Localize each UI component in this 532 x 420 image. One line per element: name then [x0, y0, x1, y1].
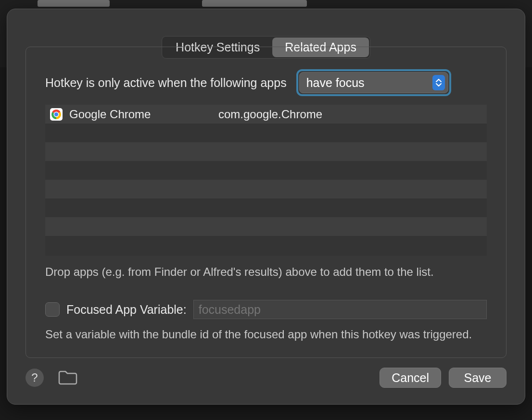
app-name-cell: Google Chrome	[69, 108, 212, 121]
drop-hint-text: Drop apps (e.g. from Finder or Alfred's …	[45, 265, 487, 279]
chrome-icon	[50, 108, 63, 121]
related-apps-panel: Hotkey is only active when the following…	[25, 47, 507, 358]
chevron-up-down-icon	[432, 75, 445, 90]
bg-node	[202, 0, 307, 7]
focus-popup-wrap: have focus	[299, 72, 448, 93]
focus-mode-value: have focus	[306, 76, 365, 90]
related-apps-table[interactable]: Google Chromecom.google.Chrome	[45, 105, 487, 256]
table-row[interactable]	[45, 161, 487, 180]
help-button[interactable]: ?	[25, 369, 44, 387]
open-folder-button[interactable]	[57, 370, 78, 386]
focus-condition-label: Hotkey is only active when the following…	[45, 76, 287, 90]
svg-point-3	[54, 112, 58, 116]
table-row[interactable]	[45, 124, 487, 142]
app-bundle-cell: com.google.Chrome	[218, 108, 322, 121]
focus-mode-popup[interactable]: have focus	[299, 72, 448, 93]
focused-app-variable-label: Focused App Variable:	[66, 303, 187, 317]
table-row[interactable]	[45, 236, 487, 255]
table-row[interactable]	[45, 198, 487, 217]
focus-condition-row: Hotkey is only active when the following…	[45, 72, 487, 93]
focused-app-variable-input[interactable]	[193, 300, 487, 319]
focused-app-variable-checkbox[interactable]	[45, 302, 60, 317]
table-row[interactable]: Google Chromecom.google.Chrome	[45, 105, 487, 124]
focused-app-variable-row: Focused App Variable:	[45, 300, 487, 319]
save-button[interactable]: Save	[449, 368, 507, 388]
dialog-footer: ? Cancel Save	[25, 368, 507, 388]
hotkey-config-dialog: Hotkey Settings Related Apps Hotkey is o…	[7, 9, 525, 405]
cancel-button[interactable]: Cancel	[380, 368, 441, 388]
table-row[interactable]	[45, 142, 487, 161]
table-row[interactable]	[45, 217, 487, 236]
folder-icon	[58, 370, 78, 385]
bg-node	[38, 0, 110, 7]
focused-app-variable-hint: Set a variable with the bundle id of the…	[45, 328, 487, 341]
table-row[interactable]	[45, 180, 487, 198]
